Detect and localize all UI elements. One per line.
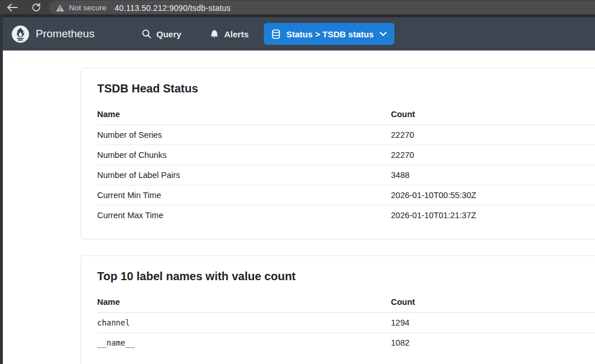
column-header: Count — [391, 110, 595, 125]
row-count-cell: 1294 — [391, 313, 595, 333]
row-name-cell: Number of Label Pairs — [97, 165, 391, 185]
refresh-button[interactable] — [29, 1, 44, 14]
security-label: Not secure — [69, 3, 106, 12]
row-count-cell: 22270 — [391, 125, 595, 145]
card-title: TSDB Head Status — [97, 81, 595, 96]
browser-toolbar: Not secure 40.113.50.212:9090/tsdb-statu… — [0, 0, 595, 14]
brand-link[interactable]: Prometheus — [11, 17, 94, 51]
row-count-cell: 1082 — [391, 333, 595, 353]
status-dropdown-button[interactable]: Status > TSDB status — [264, 23, 394, 45]
status-table: NameCount Number of Series22270Number of… — [97, 110, 595, 225]
prometheus-logo-icon — [11, 25, 29, 43]
table-row: Current Min Time2026-01-10T00:55:30Z — [97, 185, 595, 206]
browser-window: Not secure 40.113.50.212:9090/tsdb-statu… — [0, 0, 595, 364]
row-name-cell: __name__ — [97, 333, 391, 353]
cards-container: TSDB Head Status NameCount Number of Ser… — [0, 68, 595, 364]
back-arrow-icon — [7, 3, 18, 11]
prometheus-navbar: Prometheus Query Alerts Status > TSDB st… — [0, 17, 595, 51]
top-label-names-card: Top 10 label names with value count Name… — [80, 255, 595, 364]
window-left-edge — [0, 14, 3, 364]
row-name-cell: Number of Chunks — [97, 145, 391, 165]
table-row: Current Max Time2026-01-10T01:21:37Z — [97, 206, 595, 226]
row-name-cell: Current Min Time — [97, 185, 391, 206]
table-row: __name__1082 — [97, 333, 595, 353]
tsdb-head-status-card: TSDB Head Status NameCount Number of Ser… — [80, 68, 595, 239]
bell-icon — [210, 29, 219, 39]
refresh-icon — [32, 3, 41, 12]
table-row: channel1294 — [97, 313, 595, 333]
back-button[interactable] — [5, 1, 20, 14]
search-icon — [142, 29, 151, 38]
row-name-cell: channel — [97, 313, 391, 333]
table-header-row: NameCount — [97, 110, 595, 125]
nav-query-label: Query — [156, 29, 181, 39]
table-row: Number of Label Pairs3488 — [97, 165, 595, 185]
table-header-row: NameCount — [97, 297, 595, 313]
row-count-cell: 22270 — [391, 145, 595, 165]
brand-label: Prometheus — [36, 28, 94, 40]
url-text: 40.113.50.212:9090/tsdb-status — [114, 3, 231, 13]
column-header: Name — [97, 297, 391, 313]
table-row: Number of Series22270 — [97, 125, 595, 145]
nav-item-query[interactable]: Query — [142, 17, 181, 51]
status-table: NameCount channel1294__name__1082 — [97, 297, 595, 353]
row-count-cell: 2026-01-10T01:21:37Z — [391, 206, 595, 226]
not-secure-warning-icon — [56, 4, 64, 12]
row-name-cell: Current Max Time — [97, 206, 391, 226]
address-bar[interactable]: Not secure 40.113.50.212:9090/tsdb-statu… — [49, 1, 595, 15]
status-dropdown-label: Status > TSDB status — [286, 29, 374, 39]
chevron-down-icon — [379, 32, 387, 36]
column-header: Count — [391, 297, 595, 313]
card-title: Top 10 label names with value count — [97, 269, 595, 284]
nav-alerts-label: Alerts — [224, 29, 249, 39]
table-row: Number of Chunks22270 — [97, 145, 595, 165]
database-icon — [271, 29, 281, 39]
row-name-cell: Number of Series — [97, 125, 391, 145]
page-content: TSDB Head Status NameCount Number of Ser… — [0, 51, 595, 364]
row-count-cell: 3488 — [391, 165, 595, 185]
row-count-cell: 2026-01-10T00:55:30Z — [391, 185, 595, 206]
nav-item-alerts[interactable]: Alerts — [210, 17, 249, 51]
column-header: Name — [97, 110, 391, 125]
